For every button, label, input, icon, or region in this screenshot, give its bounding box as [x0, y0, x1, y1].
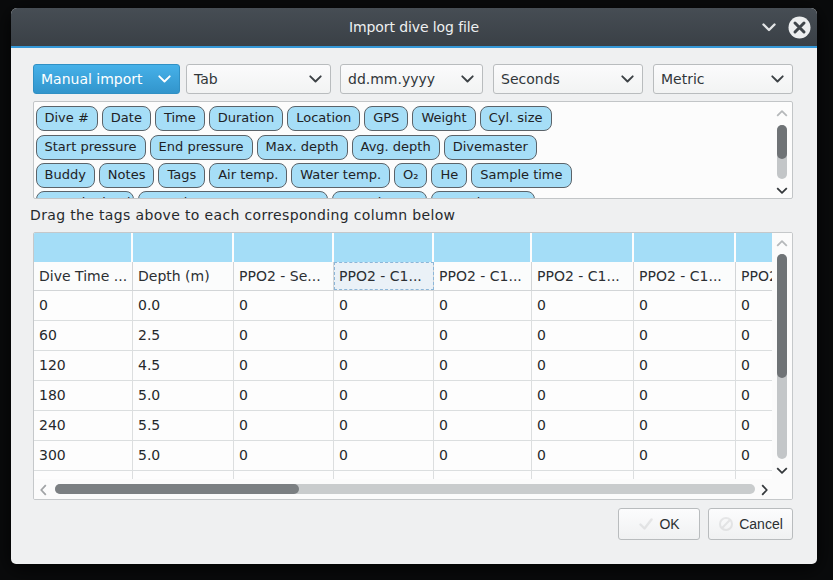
- titlebar-accent-line: [11, 46, 817, 49]
- table-row-cell: 0: [334, 411, 434, 440]
- table-row-cell: 0: [532, 351, 634, 380]
- table-row-cell: 0: [434, 321, 532, 350]
- date-format-combobox[interactable]: dd.mm.yyyy: [340, 64, 483, 94]
- cancel-button[interactable]: Cancel: [708, 508, 793, 540]
- tag-pill[interactable]: Tags: [158, 163, 205, 188]
- table-header-row-cell: PPO2 - C1...: [532, 262, 634, 290]
- tag-pill[interactable]: Start pressure: [36, 135, 146, 160]
- drop-target-row-cell[interactable]: [736, 233, 774, 262]
- tag-pill[interactable]: Sample depth: [36, 191, 134, 199]
- scrollbar-thumb[interactable]: [55, 484, 299, 494]
- titlebar[interactable]: Import dive log file: [11, 8, 817, 46]
- drop-target-row-cell[interactable]: [532, 233, 634, 262]
- scroll-down-icon[interactable]: [776, 187, 788, 194]
- tag-pill[interactable]: Buddy: [36, 163, 95, 188]
- table-vertical-scrollbar[interactable]: [772, 233, 792, 479]
- table-row-cell: 0: [736, 351, 774, 380]
- tag-pill[interactable]: Time: [155, 106, 205, 131]
- duration-format-combobox[interactable]: Seconds: [493, 64, 643, 94]
- drop-target-row: [34, 233, 774, 262]
- table-row: 3005.0000000: [34, 441, 774, 471]
- chevron-down-icon: [309, 75, 322, 83]
- tag-list-scrollbar[interactable]: [773, 103, 791, 198]
- drop-target-row-cell[interactable]: [133, 233, 234, 262]
- table-row-cell: 0: [532, 441, 634, 470]
- tag-pill[interactable]: Water temp.: [291, 163, 390, 188]
- table-row-cell: 5.0: [133, 441, 234, 470]
- tag-pill[interactable]: Sample CNS: [431, 191, 535, 199]
- table-row: 602.5000000: [34, 321, 774, 351]
- table-row-cell: 0: [634, 321, 736, 350]
- drop-target-row-cell[interactable]: [434, 233, 532, 262]
- tag-row: Dive #DateTimeDurationLocationGPSWeightC…: [36, 106, 552, 131]
- tag-pill[interactable]: Cyl. size: [480, 106, 552, 131]
- shade-button[interactable]: [752, 8, 785, 46]
- drop-target-row-cell[interactable]: [634, 233, 736, 262]
- table-row-cell: 0: [234, 381, 334, 410]
- scroll-up-icon[interactable]: [776, 240, 788, 247]
- tag-pill[interactable]: Sample pO₂: [332, 191, 427, 199]
- scrollbar-thumb[interactable]: [777, 125, 787, 159]
- drop-target-row-cell[interactable]: [334, 233, 434, 262]
- units-combobox[interactable]: Metric: [653, 64, 793, 94]
- table-row-cell: 0.0: [133, 291, 234, 320]
- tag-pill[interactable]: End pressure: [150, 135, 253, 160]
- scrollbar-thumb[interactable]: [777, 254, 787, 378]
- close-button[interactable]: [782, 8, 816, 46]
- table-row-cell: 0: [634, 411, 736, 440]
- tag-pill[interactable]: Dive #: [36, 106, 98, 131]
- field-separator-combobox[interactable]: Tab: [186, 64, 331, 94]
- tag-pill[interactable]: Duration: [209, 106, 283, 131]
- tag-pill[interactable]: Max. depth: [257, 135, 348, 160]
- table-grid: Dive Time ...Depth (m)PPO2 - Se...PPO2 -…: [34, 233, 774, 479]
- table-row: 1805.0000000: [34, 381, 774, 411]
- tag-row: BuddyNotesTagsAir temp.Water temp.O₂HeSa…: [36, 163, 572, 188]
- table-row-cell: 120: [34, 351, 133, 380]
- close-icon: [788, 16, 811, 39]
- ok-button[interactable]: OK: [618, 508, 700, 540]
- scroll-down-icon[interactable]: [776, 467, 788, 474]
- tag-pill[interactable]: Notes: [99, 163, 155, 188]
- table-header-row-cell: PPO2 - C1...: [634, 262, 736, 290]
- drop-target-row-cell[interactable]: [234, 233, 334, 262]
- tag-pill[interactable]: Location: [287, 106, 360, 131]
- units-value: Metric: [661, 71, 705, 87]
- tag-pill[interactable]: GPS: [364, 106, 408, 131]
- table-partial-row: [34, 471, 774, 479]
- drop-target-row-cell[interactable]: [34, 233, 133, 262]
- table-row-cell: 0: [334, 351, 434, 380]
- ok-check-icon: [638, 516, 654, 532]
- table-partial-row-cell: [434, 471, 532, 479]
- table-row: 2405.5000000: [34, 411, 774, 441]
- table-row-cell: 0: [532, 321, 634, 350]
- duration-format-value: Seconds: [501, 71, 560, 87]
- table-row-cell: 0: [736, 411, 774, 440]
- tag-pill[interactable]: Divemaster: [444, 135, 537, 160]
- tag-row: Start pressureEnd pressureMax. depthAvg.…: [36, 135, 537, 160]
- table-row-cell: 0: [532, 291, 634, 320]
- tag-pill[interactable]: Weight: [412, 106, 475, 131]
- tag-row: Sample depthSample temperatureSample pO₂…: [36, 191, 535, 199]
- scroll-left-icon[interactable]: [40, 484, 47, 496]
- tag-pill[interactable]: He: [431, 163, 467, 188]
- tag-pill[interactable]: Date: [102, 106, 151, 131]
- table-row-cell: 0: [434, 441, 532, 470]
- table-partial-row-cell: [634, 471, 736, 479]
- tag-pill[interactable]: Air temp.: [209, 163, 287, 188]
- scroll-up-icon[interactable]: [776, 110, 788, 117]
- table-header-row-cell: PPO2 - C1...: [434, 262, 532, 290]
- tag-pill[interactable]: Avg. depth: [352, 135, 440, 160]
- table-horizontal-scrollbar[interactable]: [34, 479, 792, 499]
- tag-pill[interactable]: Sample temperature: [138, 191, 328, 199]
- table-row-cell: 0: [434, 291, 532, 320]
- import-mode-combobox[interactable]: Manual import: [33, 64, 180, 94]
- table-row-cell: 0: [334, 441, 434, 470]
- table-row-cell: 0: [736, 291, 774, 320]
- scroll-right-icon[interactable]: [761, 484, 768, 496]
- tag-pill[interactable]: O₂: [394, 163, 427, 188]
- table-row-cell: 0: [34, 291, 133, 320]
- table-row-cell: 2.5: [133, 321, 234, 350]
- tag-pill[interactable]: Sample time: [471, 163, 571, 188]
- table-row-cell: 0: [736, 441, 774, 470]
- table-row-cell: 0: [634, 381, 736, 410]
